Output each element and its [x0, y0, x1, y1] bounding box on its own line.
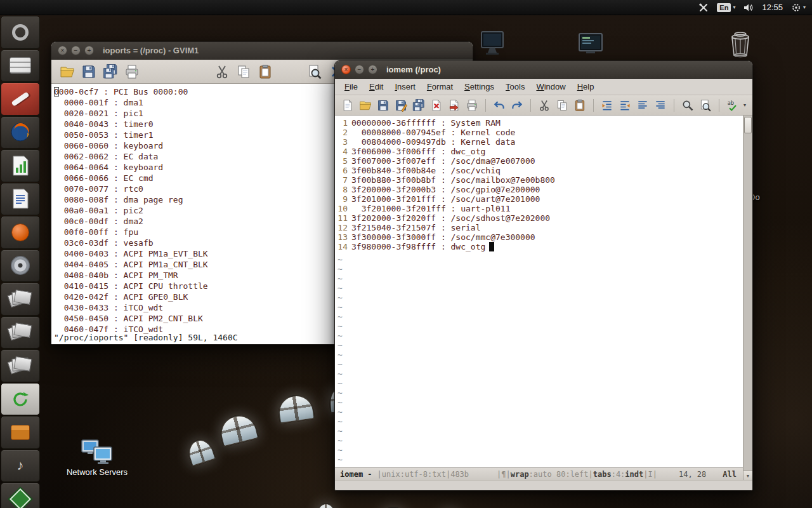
line-number: 6 [336, 166, 351, 175]
session-menu[interactable]: ▾ [791, 3, 806, 13]
dock-icon-system-settings[interactable] [1, 16, 40, 49]
network-servers-icon[interactable] [80, 438, 114, 466]
menu-item[interactable]: Help [572, 80, 600, 93]
cursor-position: 14, 28 [679, 470, 706, 479]
open-file-button[interactable] [358, 98, 373, 113]
volume-indicator[interactable] [743, 3, 754, 13]
line-text: 3f201000-3f201fff : /soc/uart@7e201000 [351, 194, 540, 204]
open-file-button[interactable] [59, 64, 75, 80]
maximize-button[interactable]: + [368, 65, 377, 74]
copy-button[interactable] [554, 98, 570, 113]
desktop-icon-screenshot[interactable] [577, 32, 604, 57]
close-button[interactable]: × [341, 65, 351, 74]
unindent-button[interactable] [599, 98, 615, 113]
save-button[interactable] [376, 98, 391, 113]
align-right-button[interactable] [653, 98, 668, 113]
dock-icon-archive-stack[interactable] [1, 349, 40, 382]
print-button[interactable] [124, 64, 140, 80]
keyboard-layout-indicator[interactable]: En ▾ [717, 3, 735, 12]
statusline-filename: iomem - [340, 470, 372, 479]
empty-line-tildes: ~ ~ ~ ~ ~ ~ ~ ~ ~ ~ ~ ~ ~ ~ ~ ~ ~ ~ ~ ~ … [337, 255, 343, 464]
dock-icon-gvim[interactable] [1, 483, 40, 508]
line-number: 3 [336, 137, 351, 147]
line-number: 14 [336, 242, 351, 251]
dock-icon-libreoffice-calc[interactable] [1, 149, 40, 182]
print-button[interactable] [464, 98, 480, 113]
cut-button[interactable] [537, 98, 552, 113]
brush-icon [11, 91, 29, 107]
clock[interactable]: 12:55 [762, 3, 783, 12]
undo-button[interactable] [492, 98, 507, 113]
minimize-button[interactable]: − [71, 46, 81, 55]
statusline-segment: wrap [511, 470, 529, 479]
dock-icon-photos-stack[interactable] [1, 283, 40, 316]
line-number: 7 [336, 175, 351, 185]
dock-icon-paint[interactable] [1, 83, 40, 116]
indent-button[interactable] [617, 98, 632, 113]
save-all-button[interactable] [411, 98, 426, 113]
find-in-files-button[interactable] [306, 64, 323, 80]
vim-command-line[interactable] [335, 480, 752, 490]
dock-icon-printer[interactable] [1, 50, 40, 83]
buffer-line: 53f007000-3f007eff : /soc/dma@7e007000 [336, 156, 743, 166]
document-icon [10, 188, 30, 210]
paste-button[interactable] [257, 64, 273, 80]
find-button[interactable] [680, 98, 695, 113]
clipboard-icon [258, 64, 273, 79]
menu-item[interactable]: Insert [389, 80, 421, 93]
menu-item[interactable]: Settings [459, 80, 500, 93]
line-text: 00000000-36ffffff : System RAM [351, 118, 501, 128]
unindent-icon [601, 99, 613, 112]
clipboard-icon [573, 99, 586, 112]
menu-item[interactable]: Format [421, 80, 459, 93]
gvim1-titlebar[interactable]: × − + ioports = (/proc) - GVIM1 [51, 42, 473, 60]
dock-icon-documents-stack[interactable] [1, 316, 40, 349]
dock-icon-firefox[interactable] [1, 116, 40, 149]
minimize-button[interactable]: − [355, 65, 364, 74]
new-file-button[interactable] [340, 98, 355, 113]
statusline-segment: tabs [593, 470, 612, 479]
dock-icon-software-store[interactable] [1, 216, 40, 249]
close-button[interactable]: × [58, 46, 67, 55]
statusline-segment: :4: [612, 470, 625, 479]
dock-icon-package[interactable] [1, 416, 40, 449]
buffer-line: 113f202000-3f2020ff : /soc/sdhost@7e2020… [336, 213, 743, 223]
spell-check-button[interactable] [725, 98, 740, 113]
vertical-scrollbar[interactable]: ▼ [743, 116, 752, 480]
dock-icon-disc-burner[interactable] [1, 250, 40, 283]
menu-item[interactable]: Tools [500, 80, 530, 93]
menu-item[interactable]: Edit [363, 80, 389, 93]
save-button[interactable] [81, 64, 97, 80]
dock-icon-software-updater[interactable] [1, 383, 40, 416]
save-all-button[interactable] [102, 64, 119, 80]
line-number: 1 [336, 118, 351, 128]
spell-dropdown-caret[interactable]: ▾ [743, 102, 746, 108]
maximize-button[interactable]: + [84, 46, 94, 55]
firefox-icon [10, 121, 31, 143]
trash-icon[interactable] [726, 28, 755, 60]
buffer-line: 63f00b840-3f00b84e : /soc/vchiq [336, 166, 743, 175]
copy-button[interactable] [235, 64, 252, 80]
align-left-button[interactable] [635, 98, 650, 113]
scrollbar-down-arrow[interactable]: ▼ [743, 471, 752, 480]
close-document-icon [430, 99, 443, 112]
save-as-button[interactable] [393, 98, 409, 113]
vim-diamond-icon [10, 488, 31, 508]
iomem-text-area[interactable]: 100000000-36ffffff : System RAM 2 000080… [335, 116, 743, 467]
refresh-icon [11, 389, 30, 408]
find-in-document-button[interactable] [698, 98, 713, 113]
network-servers-label[interactable]: Network Servers [56, 467, 138, 477]
redo-button[interactable] [509, 98, 525, 113]
export-button[interactable] [447, 98, 462, 113]
tray-tools-indicator[interactable] [698, 3, 709, 13]
paste-button[interactable] [572, 98, 587, 113]
dock-icon-libreoffice-writer[interactable] [1, 183, 40, 216]
iomem-titlebar[interactable]: × − + iomem (/proc) [335, 61, 752, 79]
menu-item[interactable]: Window [530, 80, 571, 93]
cut-button[interactable] [214, 64, 230, 80]
scrollbar-thumb[interactable] [744, 117, 752, 133]
desktop-icon-display[interactable] [479, 29, 506, 57]
menu-item[interactable]: File [339, 80, 363, 93]
close-file-button[interactable] [429, 98, 444, 113]
dock-icon-media-player[interactable] [1, 450, 40, 483]
